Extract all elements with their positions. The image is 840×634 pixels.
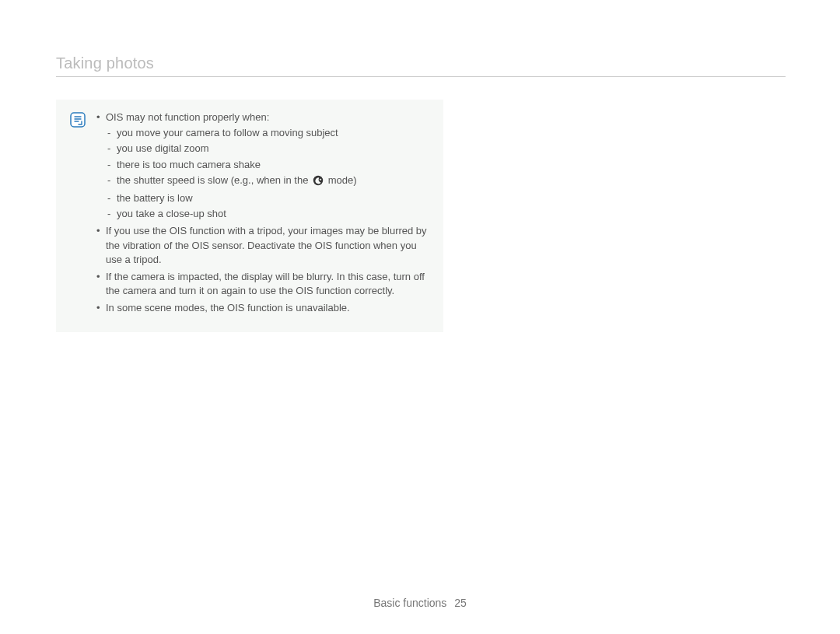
sub-item: the battery is low (106, 191, 429, 205)
bullet-text: OIS may not function properly when: (106, 111, 269, 123)
sub-text: you use digital zoom (117, 142, 209, 154)
sub-text: the battery is low (117, 192, 193, 204)
sub-item: you take a close-up shot (106, 207, 429, 221)
sub-text: there is too much camera shake (117, 159, 261, 170)
sub-list: you move your camera to follow a moving … (106, 126, 429, 221)
sub-item: the shutter speed is slow (e.g., when in… (106, 173, 429, 190)
bullet-text: In some scene modes, the OIS function is… (106, 302, 350, 313)
sub-item: there is too much camera shake (106, 158, 429, 172)
bullet-item: If the camera is impacted, the display w… (96, 270, 429, 298)
night-mode-icon (313, 175, 324, 190)
page-title: Taking photos (56, 54, 154, 72)
sub-text: you move your camera to follow a moving … (117, 127, 338, 138)
sub-item: you move your camera to follow a moving … (106, 126, 429, 140)
sub-text: you take a close-up shot (117, 208, 226, 219)
page-footer: Basic functions 25 (0, 597, 840, 609)
bullet-item: OIS may not function properly when: you … (96, 110, 429, 221)
footer-section: Basic functions (373, 597, 446, 609)
page-number: 25 (454, 597, 467, 609)
bullet-item: In some scene modes, the OIS function is… (96, 301, 429, 315)
bullet-text: If you use the OIS function with a tripo… (106, 225, 427, 264)
sub-text-after: mode) (325, 174, 356, 186)
sub-item: you use digital zoom (106, 142, 429, 156)
note-bullet-list: OIS may not function properly when: you … (96, 110, 429, 318)
note-icon (70, 112, 86, 318)
bullet-item: If you use the OIS function with a tripo… (96, 224, 429, 267)
sub-text-before: the shutter speed is slow (e.g., when in… (117, 174, 311, 186)
bullet-text: If the camera is impacted, the display w… (106, 271, 425, 296)
note-box: OIS may not function properly when: you … (56, 100, 443, 332)
title-rule (56, 76, 786, 77)
